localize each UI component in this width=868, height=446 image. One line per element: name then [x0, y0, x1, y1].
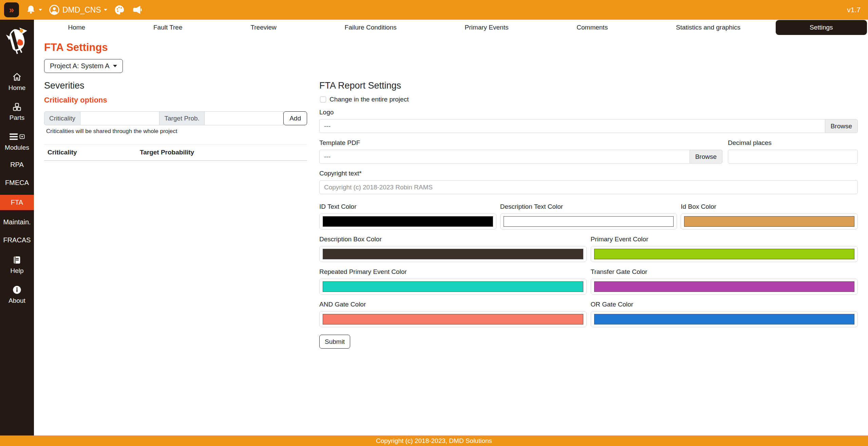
transfer-gate-color-picker[interactable] [591, 279, 858, 295]
tab-primary-events[interactable]: Primary Events [431, 20, 543, 35]
sidebar-item-label: FTA [11, 199, 23, 206]
description-text-color-picker[interactable] [500, 213, 677, 229]
tab-fault-tree[interactable]: Fault Tree [119, 20, 216, 35]
or-gate-color-swatch [594, 314, 855, 324]
target-probability-column-header: Target Probability [136, 145, 307, 161]
transfer-gate-color-swatch [594, 281, 855, 292]
target-prob-input[interactable] [205, 111, 284, 125]
sidebar-item-help[interactable]: Help [0, 252, 34, 277]
change-entire-project-label: Change in the entire project [329, 96, 409, 103]
sidebar-item-label: FRACAS [3, 236, 31, 244]
sidebar-item-home[interactable]: Home [0, 69, 34, 94]
sidebar-item-parts[interactable]: Parts [0, 99, 34, 124]
sidebar-item-fracas[interactable]: FRACAS [0, 234, 34, 246]
logo-file-group: Browse [319, 119, 858, 133]
repeated-primary-event-color-label: Repeated Primary Event Color [319, 268, 587, 276]
report-settings-heading: FTA Report Settings [319, 80, 858, 91]
decimal-places-input[interactable] [728, 150, 858, 164]
criticality-options-heading: Criticality options [44, 96, 307, 105]
and-gate-color-swatch [323, 314, 583, 324]
repeated-primary-event-color-swatch [323, 281, 583, 292]
criticality-column-header: Criticality [44, 145, 136, 161]
palette-icon[interactable] [114, 4, 125, 15]
sidebar-item-label: Parts [10, 114, 24, 122]
sidebar-item-label: Help [10, 267, 23, 275]
criticality-input[interactable] [80, 111, 159, 125]
tab-treeview[interactable]: Treeview [216, 20, 310, 35]
sidebar-item-label: FMECA [5, 179, 29, 187]
target-prob-label: Target Prob. [159, 111, 205, 125]
id-box-color-swatch [684, 216, 854, 227]
template-pdf-file-input[interactable] [319, 150, 690, 164]
submit-button[interactable]: Submit [319, 335, 350, 349]
sidebar-item-label: Maintain. [3, 218, 31, 226]
project-selector-label: Project A: System A [50, 62, 110, 70]
logo-file-input[interactable] [319, 119, 825, 133]
template-pdf-file-group: Browse [319, 150, 722, 164]
id-box-color-label: Id Box Color [681, 203, 858, 210]
id-text-color-swatch [323, 216, 493, 227]
logo-field-label: Logo [319, 109, 858, 116]
copyright-text-input[interactable] [319, 180, 858, 194]
id-text-color-picker[interactable] [319, 213, 496, 229]
criticality-label: Criticality [44, 111, 80, 125]
tab-comments[interactable]: Comments [543, 20, 642, 35]
repeated-primary-event-color-picker[interactable] [319, 279, 587, 295]
project-selector-dropdown[interactable]: Project A: System A [44, 59, 123, 73]
page-title: FTA Settings [44, 41, 858, 54]
change-entire-project-row: Change in the entire project [320, 96, 858, 103]
description-text-color-swatch [504, 216, 674, 227]
primary-event-color-picker[interactable] [591, 246, 858, 262]
user-circle-icon [49, 4, 60, 15]
copyright-text-field-label: Copyright text* [319, 170, 858, 177]
chevron-down-icon [39, 9, 42, 11]
id-text-color-label: ID Text Color [319, 203, 496, 210]
chevron-down-icon [113, 65, 117, 67]
sidebar-item-maintain[interactable]: Maintain. [0, 216, 34, 228]
description-box-color-picker[interactable] [319, 246, 587, 262]
add-criticality-button[interactable]: Add [283, 111, 307, 125]
user-menu[interactable]: DMD_CNS [49, 4, 107, 15]
template-pdf-browse-button[interactable]: Browse [690, 150, 722, 164]
description-box-color-swatch [323, 249, 583, 259]
transfer-gate-color-label: Transfer Gate Color [591, 268, 858, 276]
home-icon [12, 72, 22, 82]
app-version-label: v1.7 [847, 6, 861, 14]
change-entire-project-checkbox[interactable] [320, 96, 326, 103]
logo-browse-button[interactable]: Browse [825, 119, 858, 133]
sidebar-item-rpa[interactable]: RPA [0, 159, 34, 171]
modules-dropdown-icon [20, 135, 24, 139]
sidebar-item-label: About [8, 297, 25, 304]
sidebar-expand-button[interactable]: » [4, 2, 19, 17]
sidebar-item-fmeca[interactable]: FMECA [0, 177, 34, 189]
notifications-menu[interactable] [26, 5, 42, 15]
info-circle-icon [12, 285, 22, 295]
fta-section-nav: Home Fault Tree Treeview Failure Conditi… [34, 20, 868, 35]
sidebar-item-label: Modules [5, 144, 29, 151]
sidebar-item-fta[interactable]: FTA [0, 195, 34, 210]
robin-logo[interactable] [4, 25, 30, 56]
or-gate-color-picker[interactable] [591, 311, 858, 327]
main-content: FTA Settings Project A: System A Severit… [34, 35, 868, 435]
username-label: DMD_CNS [62, 5, 101, 15]
tab-home[interactable]: Home [34, 20, 119, 35]
primary-event-color-swatch [594, 249, 855, 259]
tab-statistics-and-graphics[interactable]: Statistics and graphics [642, 20, 775, 35]
sidebar-item-about[interactable]: About [0, 282, 34, 307]
double-chevron-icon: » [9, 5, 14, 14]
tab-failure-conditions[interactable]: Failure Conditions [310, 20, 431, 35]
sidebar-item-modules[interactable]: Modules [0, 129, 34, 154]
template-pdf-field-label: Template PDF [319, 139, 722, 147]
criticalities-table: Criticality Target Probability [44, 144, 307, 161]
sidebar-item-label: RPA [10, 161, 24, 169]
megaphone-icon[interactable] [132, 4, 143, 15]
and-gate-color-picker[interactable] [319, 311, 587, 327]
sidebar: Home Parts Modules RPA [0, 20, 34, 435]
tab-settings[interactable]: Settings [776, 20, 867, 35]
footer-copyright-label: Copyright (c) 2018-2023, DMD Solutions [376, 437, 492, 445]
footer: Copyright (c) 2018-2023, DMD Solutions [0, 435, 868, 446]
description-text-color-label: Description Text Color [500, 203, 677, 210]
description-box-color-label: Description Box Color [319, 236, 587, 243]
id-box-color-picker[interactable] [681, 213, 858, 229]
severities-panel: Severities Criticality options Criticali… [44, 80, 307, 349]
